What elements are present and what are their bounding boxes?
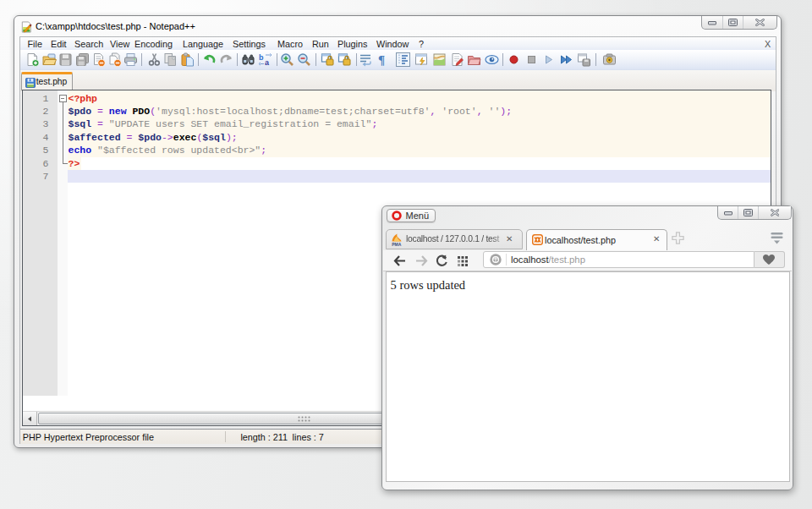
svg-text:b: b bbox=[259, 53, 264, 62]
svg-text:PMA: PMA bbox=[392, 242, 402, 246]
svg-text:¶: ¶ bbox=[378, 53, 385, 67]
svg-text:a: a bbox=[265, 58, 270, 67]
